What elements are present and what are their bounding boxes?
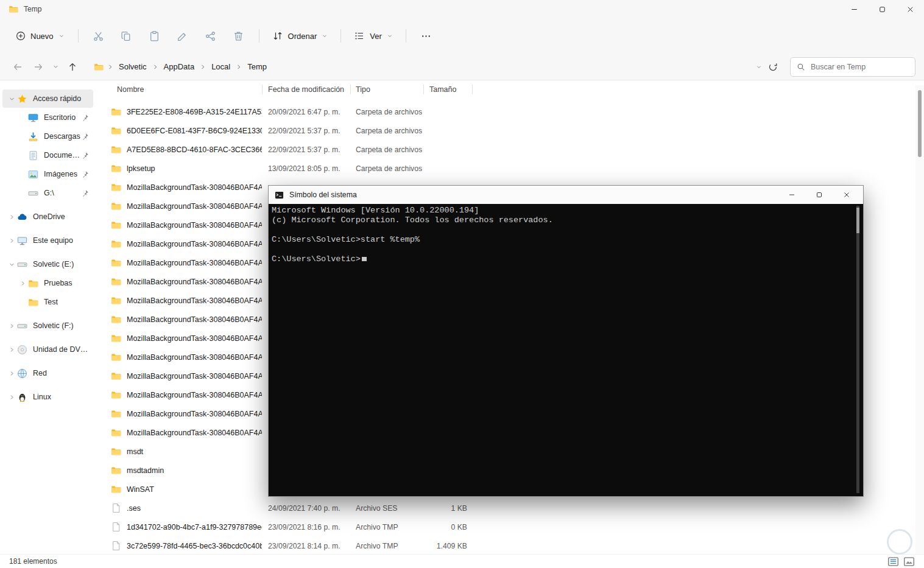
rename-icon	[177, 30, 188, 42]
breadcrumb[interactable]: Solvetic AppData Local Temp	[88, 57, 784, 77]
scrollbar-track[interactable]	[915, 85, 924, 554]
column-header-nombre[interactable]: Nombre	[96, 80, 262, 99]
toolbar-separator	[406, 29, 406, 43]
chevron-down-icon[interactable]	[6, 260, 17, 268]
column-header-tamano[interactable]: Tamaño	[423, 80, 472, 99]
sidebar-item-documentos[interactable]: Documentos	[2, 146, 93, 164]
breadcrumb-item-solvetic[interactable]: Solvetic	[115, 60, 151, 74]
chevron-down-icon	[52, 63, 59, 70]
folder-icon	[111, 371, 121, 381]
file-row[interactable]: 3c72e599-78fd-4465-bec3-36bcdc0c40b2...2…	[96, 536, 915, 554]
chevron-right-icon[interactable]	[6, 393, 17, 401]
cmd-close-button[interactable]	[836, 186, 863, 204]
sidebar-item-este-equipo[interactable]: Este equipo	[2, 231, 93, 250]
maximize-button[interactable]	[868, 0, 896, 18]
maximize-icon	[878, 5, 887, 14]
sidebar-item-solvetic-e[interactable]: Solvetic (E:)	[2, 255, 93, 273]
column-header-tipo[interactable]: Tipo	[350, 80, 423, 99]
recent-locations-button[interactable]	[49, 57, 62, 77]
file-name: lpksetup	[127, 164, 155, 173]
thumbnail-view-icon[interactable]	[903, 556, 915, 567]
breadcrumb-item-appdata[interactable]: AppData	[160, 60, 199, 74]
address-dropdown-button[interactable]	[756, 64, 762, 70]
column-header-fecha[interactable]: Fecha de modificación	[262, 80, 350, 99]
sidebar-item-label: Documentos	[44, 151, 81, 160]
sidebar-item-pruebas[interactable]: Pruebas	[2, 274, 93, 292]
chevron-right-icon[interactable]	[6, 236, 17, 245]
delete-button[interactable]	[225, 25, 253, 47]
chevron-right-icon	[107, 63, 114, 71]
chevron-right-icon[interactable]	[6, 369, 17, 377]
folder-icon	[111, 390, 121, 400]
file-name-cell: MozillaBackgroundTask-308046B0AF4A3...	[96, 348, 262, 366]
paste-button[interactable]	[141, 25, 169, 47]
up-button[interactable]	[62, 57, 83, 77]
minimize-icon	[850, 5, 859, 14]
sidebar-item-descargas[interactable]: Descargas	[2, 127, 93, 146]
folder-icon	[28, 278, 38, 289]
file-type: Archivo TMP	[350, 536, 423, 554]
cut-button[interactable]	[85, 25, 113, 47]
forward-button[interactable]	[28, 57, 49, 77]
breadcrumb-item-local[interactable]: Local	[207, 60, 235, 74]
file-name: MozillaBackgroundTask-308046B0AF4A3...	[127, 372, 262, 380]
sidebar-item-unidad-de-dvd-d[interactable]: Unidad de DVD (D:)	[2, 340, 93, 359]
search-input[interactable]	[811, 63, 909, 71]
cmd-minimize-button[interactable]	[781, 186, 808, 204]
search-box[interactable]	[790, 57, 915, 77]
chevron-placeholder	[17, 151, 28, 160]
details-view-icon[interactable]	[887, 556, 899, 567]
file-row[interactable]: A7ED5E88-8BCD-4610-8FAC-3CEC366DA...22/0…	[96, 140, 915, 159]
sidebar-item-g[interactable]: G:\	[2, 184, 93, 202]
chevron-right-icon[interactable]	[6, 345, 17, 354]
sidebar-item-test[interactable]: Test	[2, 293, 93, 311]
chevron-down-icon[interactable]	[6, 94, 17, 103]
rename-button[interactable]	[169, 25, 197, 47]
new-button[interactable]: Nuevo	[9, 26, 72, 46]
more-options-button[interactable]	[412, 25, 440, 47]
file-name: MozillaBackgroundTask-308046B0AF4A3...	[127, 296, 262, 305]
file-row[interactable]: .ses24/09/2021 7:40 p. m.Archivo SES1 KB	[96, 499, 915, 517]
share-button[interactable]	[197, 25, 225, 47]
cmd-scrollbar-track[interactable]	[856, 206, 859, 493]
file-name-cell: MozillaBackgroundTask-308046B0AF4A3...	[96, 385, 262, 404]
chevron-right-icon[interactable]	[6, 321, 17, 330]
cmd-scrollbar-thumb[interactable]	[856, 208, 859, 233]
file-row[interactable]: 3FE225E2-E808-469B-A315-24E117A53CC420/0…	[96, 102, 915, 121]
copy-button[interactable]	[113, 25, 141, 47]
sidebar-item-escritorio[interactable]: Escritorio	[2, 108, 93, 127]
sidebar-item-red[interactable]: Red	[2, 364, 93, 382]
file-row[interactable]: lpksetup13/09/2021 8:05 p. m.Carpeta de …	[96, 159, 915, 178]
sidebar-item-linux[interactable]: Linux	[2, 388, 93, 406]
view-button[interactable]: Ver	[347, 26, 400, 46]
sidebar-item-acceso-rápido[interactable]: Acceso rápido	[2, 89, 93, 108]
cmd-console[interactable]: Microsoft Windows [Versión 10.0.22000.19…	[269, 204, 863, 496]
file-name: MozillaBackgroundTask-308046B0AF4A3...	[127, 183, 262, 192]
chevron-right-icon[interactable]	[17, 279, 28, 287]
file-row[interactable]: 1d341702-a90b-4bc7-a1f9-327978789ec3...2…	[96, 517, 915, 536]
file-row[interactable]: 6D0EE6FC-E081-43F7-B6C9-924E13307C3322/0…	[96, 121, 915, 140]
cmd-title-bar[interactable]: Símbolo del sistema	[269, 186, 863, 204]
column-headers: Nombre Fecha de modificación Tipo Tamaño	[96, 80, 915, 99]
chevron-placeholder	[17, 189, 28, 197]
sort-button[interactable]: Ordenar	[266, 26, 335, 46]
sidebar-item-solvetic-f[interactable]: Solvetic (F:)	[2, 317, 93, 335]
breadcrumb-item-temp[interactable]: Temp	[243, 60, 271, 74]
scrollbar-thumb[interactable]	[918, 90, 922, 157]
chevron-right-icon	[235, 63, 242, 71]
sidebar-item-imágenes[interactable]: Imágenes	[2, 165, 93, 183]
back-button[interactable]	[7, 57, 28, 77]
cmd-window[interactable]: Símbolo del sistema Microsoft Windows [V…	[268, 185, 864, 497]
close-button[interactable]	[896, 0, 924, 18]
view-icon	[354, 30, 365, 41]
file-icon	[111, 541, 121, 551]
sidebar-item-label: Pruebas	[44, 279, 72, 287]
cmd-maximize-button[interactable]	[808, 186, 836, 204]
chevron-right-icon[interactable]	[6, 212, 17, 221]
sidebar-item-onedrive[interactable]: OneDrive	[2, 208, 93, 226]
minimize-button[interactable]	[840, 0, 868, 18]
refresh-button[interactable]	[768, 62, 778, 72]
pictures-icon	[28, 169, 38, 180]
chevron-right-icon	[199, 63, 206, 71]
file-name-cell: MozillaBackgroundTask-308046B0AF4A3...	[96, 291, 262, 310]
